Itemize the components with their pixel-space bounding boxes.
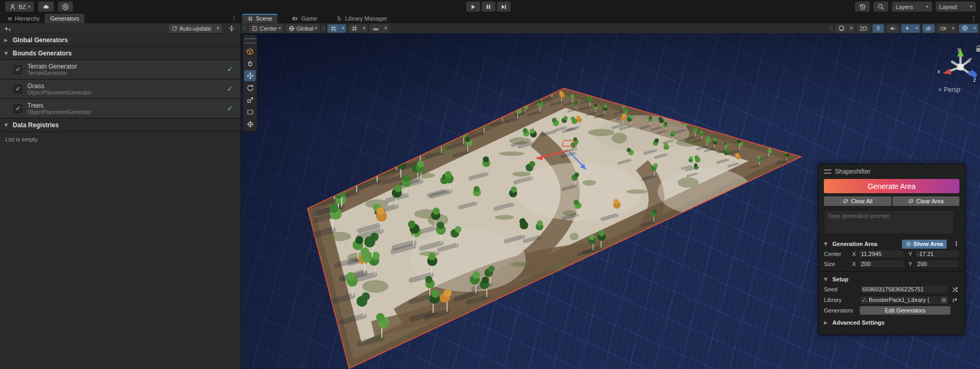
- scene-visibility-button[interactable]: [923, 24, 935, 33]
- seed-label: Seed: [824, 286, 860, 292]
- y-label: Y: [908, 261, 915, 267]
- generator-subtitle: ObjectPlacementGenerator: [27, 109, 91, 116]
- generator-row-terrain[interactable]: ✓ Terrain Generator TerrainGenerator ✓: [0, 60, 241, 80]
- chevron-down-icon: ▾: [217, 26, 219, 31]
- play-button[interactable]: [466, 2, 480, 12]
- auto-update-button[interactable]: Auto-update: [169, 24, 214, 33]
- chevron-down-icon: ▾: [926, 4, 928, 9]
- foldout-open-icon: ▼: [4, 51, 9, 56]
- draw-mode-button[interactable]: [835, 24, 848, 33]
- size-y-field[interactable]: [915, 260, 959, 268]
- scene-menu-icon[interactable]: ⋮: [971, 15, 977, 22]
- tab-label: Generators: [50, 15, 79, 22]
- pivot-mode-button[interactable]: Center ▾: [249, 24, 283, 33]
- grid-snap-button[interactable]: [349, 24, 360, 33]
- account-button[interactable]: BZ ▾: [5, 2, 34, 12]
- library-object-field[interactable]: BoosterPack1_Library ( ⊙: [860, 296, 948, 305]
- gizmos-dropdown[interactable]: ▾: [971, 24, 978, 33]
- add-generator-button[interactable]: +▾: [4, 24, 11, 33]
- undo-history-button[interactable]: [855, 2, 870, 12]
- tab-hierarchy[interactable]: ≡ Hierarchy: [2, 14, 45, 23]
- section-global-generators[interactable]: ▶ Global Generators: [0, 34, 241, 47]
- panel-menu-icon[interactable]: ⋮: [231, 15, 237, 22]
- pause-button[interactable]: [482, 2, 495, 12]
- scale-tool[interactable]: [244, 94, 256, 106]
- clear-cube-icon: [908, 198, 914, 204]
- y-label: Y: [908, 251, 915, 257]
- effects-group: ▾: [901, 24, 920, 33]
- handle-space-button[interactable]: Global ▾: [286, 24, 320, 33]
- hand-tool[interactable]: [244, 58, 256, 69]
- pivot-icon: [252, 25, 258, 32]
- effects-dropdown[interactable]: ▾: [913, 24, 920, 33]
- clear-area-button[interactable]: Clear Area: [892, 196, 960, 206]
- enabled-checkbox[interactable]: ✓: [14, 65, 22, 74]
- layers-dropdown[interactable]: Layers ▾: [892, 2, 932, 12]
- projection-label[interactable]: < Persp: [938, 86, 960, 93]
- chevron-down-icon: ▾: [342, 26, 344, 31]
- seed-field[interactable]: [860, 285, 948, 294]
- 2d-toggle-button[interactable]: 2D: [857, 24, 870, 33]
- randomize-seed-icon[interactable]: [952, 286, 958, 293]
- shapeshifter-header[interactable]: Shapeshifter: [819, 164, 965, 178]
- generate-area-button[interactable]: Generate Area: [824, 179, 959, 193]
- camera-settings-button[interactable]: [937, 24, 949, 33]
- tab-label: Hierarchy: [15, 15, 40, 22]
- clear-all-button[interactable]: Clear All: [824, 196, 891, 206]
- enabled-checkbox[interactable]: ✓: [14, 85, 22, 93]
- audio-muted-icon: [889, 25, 896, 32]
- rect-tool[interactable]: [244, 107, 256, 118]
- auto-update-dropdown[interactable]: ▾: [214, 24, 222, 33]
- tab-game[interactable]: Game: [286, 14, 322, 23]
- step-button[interactable]: [497, 2, 511, 12]
- grid-visibility-button[interactable]: [328, 24, 339, 33]
- tab-scene[interactable]: Scene: [242, 14, 277, 23]
- section-data-registries[interactable]: ▼ Data Registries: [0, 119, 241, 132]
- sync-collapse-button[interactable]: [228, 25, 235, 32]
- center-y-field[interactable]: [915, 250, 959, 258]
- object-picker-icon[interactable]: ⊙: [939, 296, 948, 304]
- increment-snap-dropdown[interactable]: ▾: [382, 24, 389, 33]
- generator-row-trees[interactable]: ✓ Trees ObjectPlacementGenerator ✓: [0, 99, 241, 119]
- size-row: Size X Y: [819, 259, 965, 268]
- generators-row: Generators Edit Generators: [819, 306, 965, 315]
- shapeshifter-area-tool[interactable]: [244, 46, 256, 57]
- ping-asset-icon[interactable]: [952, 297, 958, 304]
- lighting-toggle-button[interactable]: [872, 24, 884, 33]
- layout-dropdown[interactable]: Layout ▾: [936, 2, 976, 12]
- grid-snap-dropdown[interactable]: ▾: [360, 24, 367, 33]
- search-icon: [877, 3, 885, 11]
- overlay-drag-handle[interactable]: ————: [245, 36, 255, 45]
- audio-toggle-button[interactable]: [887, 24, 899, 33]
- edit-generators-button[interactable]: Edit Generators: [860, 306, 950, 315]
- generation-area-foldout[interactable]: ▼ Generation Area Show Area ⋮: [819, 239, 965, 249]
- effects-toggle-button[interactable]: [901, 24, 913, 33]
- grid-visibility-dropdown[interactable]: ▾: [339, 24, 346, 33]
- cloud-button[interactable]: [38, 2, 54, 12]
- account-label: BZ: [18, 4, 26, 10]
- library-label: Library: [824, 297, 860, 303]
- camera-settings-dropdown[interactable]: ▾: [949, 24, 956, 33]
- show-area-button[interactable]: Show Area: [902, 240, 947, 249]
- library-icon: [336, 15, 342, 22]
- search-button[interactable]: [873, 2, 888, 12]
- area-menu-icon[interactable]: ⋮: [953, 240, 959, 248]
- draw-mode-dropdown[interactable]: ▾: [848, 24, 854, 33]
- transform-tool[interactable]: [244, 119, 256, 130]
- enabled-checkbox[interactable]: ✓: [14, 105, 22, 113]
- center-x-field[interactable]: [858, 250, 904, 258]
- tab-generators[interactable]: Generators: [45, 14, 84, 23]
- section-bounds-generators[interactable]: ▼ Bounds Generators: [0, 47, 241, 60]
- setup-foldout[interactable]: ▼ Setup: [819, 274, 965, 285]
- generator-row-grass[interactable]: ✓ Grass ObjectPlacementGenerator ✓: [0, 80, 241, 99]
- advanced-settings-foldout[interactable]: ▶ Advanced Settings: [819, 317, 965, 328]
- move-tool[interactable]: [244, 70, 256, 81]
- gizmos-toggle-button[interactable]: [959, 24, 971, 33]
- services-button[interactable]: [58, 2, 73, 12]
- tab-library-manager[interactable]: Library Manager: [331, 14, 392, 23]
- size-x-field[interactable]: [858, 260, 904, 268]
- increment-snap-button[interactable]: [370, 24, 382, 33]
- generation-prompt-input[interactable]: [824, 210, 954, 234]
- layers-label: Layers: [896, 4, 913, 10]
- rotate-tool[interactable]: [244, 82, 256, 93]
